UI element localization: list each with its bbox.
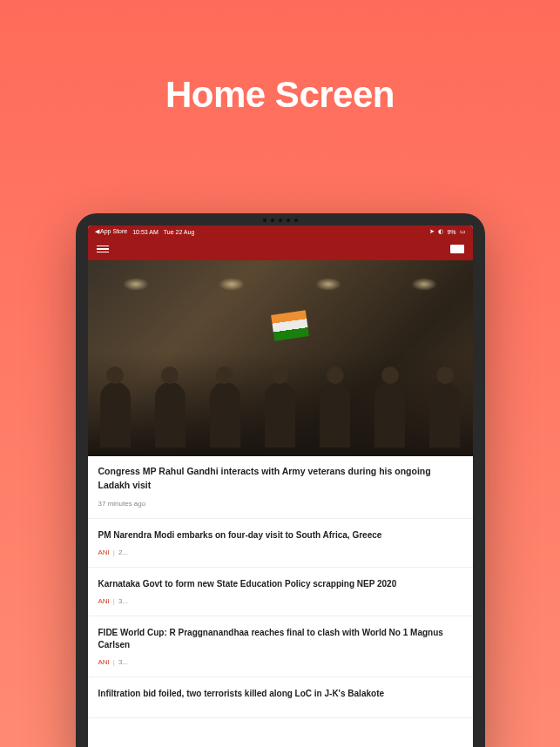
article-item[interactable]: PM Narendra Modi embarks on four-day vis…	[88, 519, 473, 568]
article-item[interactable]: Infiltration bid foiled, two terrorists …	[88, 677, 473, 718]
status-date: Tue 22 Aug	[164, 229, 195, 235]
battery-icon: ▭	[460, 228, 466, 235]
hero-headline: Congress MP Rahul Gandhi interacts with …	[98, 465, 462, 493]
hero-timestamp: 37 minutes ago	[98, 500, 462, 508]
battery-percent: 9%	[447, 229, 455, 235]
article-source: ANI	[98, 548, 110, 556]
article-source: ANI	[98, 597, 110, 605]
article-headline: Infiltration bid foiled, two terrorists …	[98, 688, 462, 700]
menu-icon[interactable]	[97, 246, 109, 253]
meta-separator: |	[113, 658, 115, 666]
tablet-device-frame: ◀ App Store 10:53 AM Tue 22 Aug ➤ ◐ 9% ▭	[76, 213, 485, 747]
meta-separator: |	[113, 597, 115, 605]
article-meta-text: 3...	[118, 597, 128, 605]
header-action-icon[interactable]	[450, 245, 464, 253]
page-title: Home Screen	[0, 0, 560, 116]
location-icon: ➤	[429, 228, 435, 235]
status-time: 10:53 AM	[132, 229, 159, 235]
article-headline: PM Narendra Modi embarks on four-day vis…	[98, 529, 462, 542]
article-item[interactable]: FIDE World Cup: R Praggnanandhaa reaches…	[88, 616, 473, 677]
article-item[interactable]: Karnataka Govt to form new State Educati…	[88, 568, 473, 616]
article-headline: FIDE World Cup: R Praggnanandhaa reaches…	[98, 627, 462, 651]
flag-graphic	[271, 310, 309, 340]
wifi-icon: ◐	[438, 228, 443, 235]
tablet-camera-notch	[263, 219, 298, 222]
article-meta-text: 2...	[118, 548, 128, 556]
back-to-app-store[interactable]: ◀ App Store	[95, 228, 128, 235]
hero-image	[88, 260, 473, 456]
hero-article[interactable]: Congress MP Rahul Gandhi interacts with …	[88, 260, 473, 519]
article-meta-text: 3...	[118, 658, 128, 666]
tablet-screen: ◀ App Store 10:53 AM Tue 22 Aug ➤ ◐ 9% ▭	[88, 225, 473, 747]
article-headline: Karnataka Govt to form new State Educati…	[98, 578, 462, 590]
meta-separator: |	[113, 548, 115, 556]
status-bar: ◀ App Store 10:53 AM Tue 22 Aug ➤ ◐ 9% ▭	[88, 225, 473, 238]
article-source: ANI	[98, 658, 110, 666]
app-header	[88, 238, 473, 260]
